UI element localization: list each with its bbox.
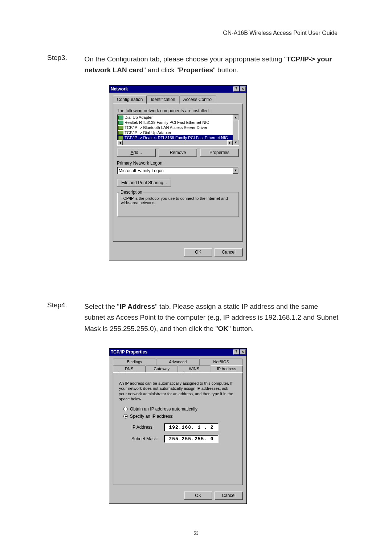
radio-obtain-auto[interactable]: Obtain an IP address automatically <box>123 407 239 412</box>
page-number: 53 <box>0 531 392 536</box>
adapter-icon <box>118 121 123 125</box>
file-print-sharing-button[interactable]: File and Print Sharing... <box>117 179 171 187</box>
scroll-left-icon[interactable]: ◄ <box>117 140 123 145</box>
network-dialog-titlebar[interactable]: Network ? × <box>109 85 246 93</box>
tab-ip-address[interactable]: IP Address <box>211 365 243 372</box>
ip-address-label: IP Address: <box>131 425 164 430</box>
primary-logon-value: Microsoft Family Logon <box>119 168 164 173</box>
ok-button[interactable]: OK <box>184 248 212 256</box>
network-dialog: Network ? × Configuration Identification… <box>109 85 247 260</box>
list-item-label: TCP/IP -> Realtek RTL8139 Family PCI Fas… <box>124 136 228 140</box>
description-text: TCP/IP is the protocol you use to connec… <box>121 196 235 205</box>
remove-button[interactable]: Remove <box>159 149 197 157</box>
step3-bold2: Properties <box>179 66 213 74</box>
tab-dns[interactable]: DNS Configuration <box>113 365 146 372</box>
description-groupbox: Description TCP/IP is the protocol you u… <box>117 192 239 217</box>
tab-gateway[interactable]: Gateway <box>146 365 178 372</box>
list-item[interactable]: TCP/IP -> Dial-Up Adapter <box>117 130 238 135</box>
list-item-label: Dial-Up Adapter <box>124 115 153 120</box>
radio-specify-label: Specify an IP address: <box>130 414 173 419</box>
tcpip-tabstrip: Bindings Advanced NetBIOS DNS Configurat… <box>113 359 243 372</box>
step4-block: Step4. Select the "IP Address" tab. Plea… <box>47 301 345 334</box>
adapter-icon <box>118 116 123 120</box>
tab-bindings[interactable]: Bindings <box>113 359 156 365</box>
close-icon[interactable]: × <box>240 86 246 92</box>
cancel-button[interactable]: Cancel <box>215 492 243 500</box>
step4-post: " button. <box>228 325 254 332</box>
primary-logon-label: Primary Network Logon: <box>117 161 239 166</box>
protocol-icon <box>118 136 123 140</box>
tab-access-control[interactable]: Access Control <box>179 96 217 104</box>
scroll-up-icon[interactable]: ▲ <box>233 115 238 120</box>
list-item-label: TCP/IP -> Bluetooth LAN Access Server Dr… <box>124 125 207 130</box>
tcpip-dialog: TCP/IP Properties ? × Bindings Advanced … <box>109 348 247 504</box>
network-tabstrip: Configuration Identification Access Cont… <box>113 96 243 104</box>
list-item-label: Realtek RTL8139 Family PCI Fast Ethernet… <box>124 120 209 125</box>
tab-configuration[interactable]: Configuration <box>113 96 147 104</box>
step3-text: On the Configuration tab, please choose … <box>84 54 338 76</box>
close-icon[interactable]: × <box>240 349 246 355</box>
ip-address-input[interactable]: 192.168. 1 . 2 <box>164 423 219 431</box>
primary-logon-combo[interactable]: Microsoft Family Logon ▼ <box>117 167 239 174</box>
scroll-down-icon[interactable]: ▼ <box>233 140 238 145</box>
ip-info-text: An IP address can be automatically assig… <box>119 381 237 401</box>
tab-wins[interactable]: WINS Configuration <box>178 365 211 372</box>
list-item-selected[interactable]: TCP/IP -> Realtek RTL8139 Family PCI Fas… <box>117 135 238 140</box>
step3-mid: " and click " <box>143 66 179 74</box>
tcpip-dialog-title: TCP/IP Properties <box>111 349 147 355</box>
radio-icon <box>123 407 128 411</box>
cancel-button[interactable]: Cancel <box>215 248 243 256</box>
step4-label: Step4. <box>47 301 83 309</box>
step3-label: Step3. <box>47 54 83 62</box>
description-title: Description <box>119 190 143 195</box>
help-button-icon[interactable]: ? <box>233 349 239 355</box>
step4-pre: Select the " <box>84 303 119 310</box>
protocol-icon <box>118 131 123 135</box>
subnet-mask-input[interactable]: 255.255.255. 0 <box>164 435 219 443</box>
radio-obtain-auto-label: Obtain an IP address automatically <box>130 407 197 412</box>
components-listbox[interactable]: Dial-Up Adapter Realtek RTL8139 Family P… <box>117 114 239 146</box>
step4-bold1: IP Address <box>119 303 155 310</box>
radio-specify[interactable]: Specify an IP address: <box>123 414 239 419</box>
horizontal-scrollbar[interactable]: ◄ ► <box>117 140 233 145</box>
vertical-scrollbar[interactable]: ▲ ▼ <box>233 115 238 145</box>
network-dialog-title: Network <box>111 86 128 92</box>
step4-bold2: OK <box>218 325 228 332</box>
radio-checked-icon <box>123 414 128 418</box>
properties-button[interactable]: Properties <box>200 149 239 157</box>
list-item-label: TCP/IP -> Dial-Up Adapter <box>124 130 171 135</box>
help-button-icon[interactable]: ? <box>233 86 239 92</box>
page-header: GN-A16B Wireless Access Point User Guide <box>223 30 338 36</box>
protocol-icon <box>118 126 123 130</box>
list-item[interactable]: TCP/IP -> Bluetooth LAN Access Server Dr… <box>117 125 238 130</box>
list-item[interactable]: Dial-Up Adapter <box>117 115 238 120</box>
step3-post: " button. <box>213 66 238 74</box>
step3-block: Step3. On the Configuration tab, please … <box>47 54 345 76</box>
tab-netbios[interactable]: NetBIOS <box>200 359 243 365</box>
chevron-down-icon[interactable]: ▼ <box>233 167 238 174</box>
list-item[interactable]: Realtek RTL8139 Family PCI Fast Ethernet… <box>117 120 238 125</box>
scroll-right-icon[interactable]: ► <box>227 140 233 145</box>
step3-pre: On the Configuration tab, please choose … <box>84 55 286 63</box>
tab-identification[interactable]: Identification <box>147 96 179 104</box>
add-button[interactable]: Add... <box>117 149 156 157</box>
subnet-mask-label: Subnet Mask: <box>131 436 164 441</box>
ip-address-panel: An IP address can be automatically assig… <box>113 372 243 485</box>
configuration-panel: The following network components are ins… <box>113 104 243 242</box>
step4-text: Select the "IP Address" tab. Please assi… <box>84 301 338 334</box>
tab-advanced[interactable]: Advanced <box>156 359 199 365</box>
tcpip-dialog-titlebar[interactable]: TCP/IP Properties ? × <box>109 348 246 356</box>
ok-button[interactable]: OK <box>184 492 212 500</box>
installed-label: The following network components are ins… <box>117 108 239 113</box>
